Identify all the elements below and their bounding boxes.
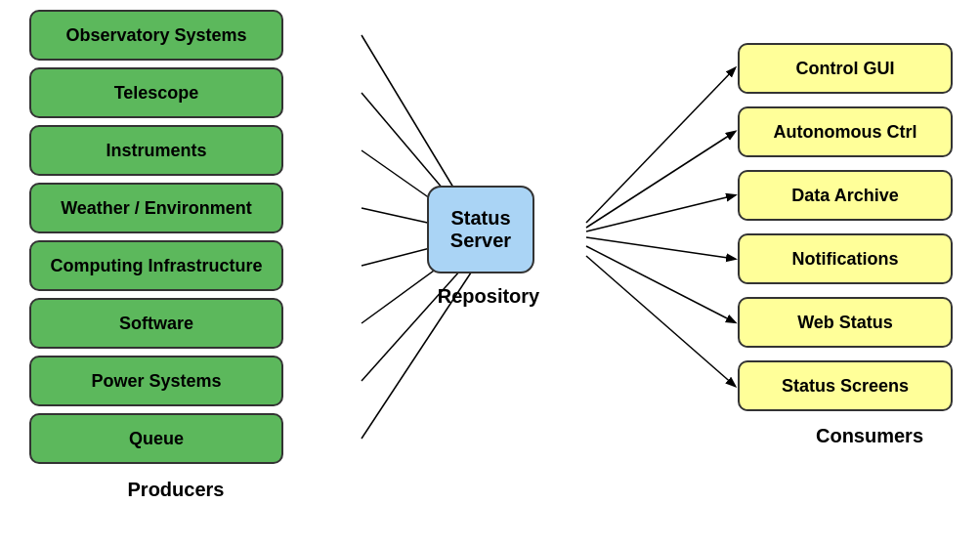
producer-instruments: Instruments: [29, 125, 283, 176]
consumer-web-status: Web Status: [738, 297, 953, 348]
consumer-autonomous-ctrl: Autonomous Ctrl: [738, 106, 953, 157]
producer-software: Software: [29, 298, 283, 349]
producer-computing: Computing Infrastructure: [29, 240, 283, 291]
consumer-control-gui: Control GUI: [738, 43, 953, 94]
producers-label: Producers: [78, 479, 274, 501]
svg-line-8: [586, 68, 735, 223]
producer-telescope: Telescope: [29, 67, 283, 118]
svg-line-12: [586, 246, 735, 322]
diagram: Observatory Systems Telescope Instrument…: [0, 0, 980, 546]
svg-line-13: [586, 256, 735, 386]
producer-observatory: Observatory Systems: [29, 10, 283, 61]
status-server-box: Status Server: [427, 186, 534, 273]
consumer-notifications: Notifications: [738, 233, 953, 284]
svg-line-9: [586, 132, 735, 228]
consumer-status-screens: Status Screens: [738, 360, 953, 411]
producer-weather: Weather / Environment: [29, 183, 283, 233]
svg-line-11: [586, 237, 735, 259]
producer-power: Power Systems: [29, 356, 283, 406]
producer-queue: Queue: [29, 413, 283, 464]
svg-line-10: [586, 195, 735, 231]
repository-label: Repository: [401, 285, 576, 308]
consumers-label: Consumers: [772, 425, 967, 447]
consumer-data-archive: Data Archive: [738, 170, 953, 221]
